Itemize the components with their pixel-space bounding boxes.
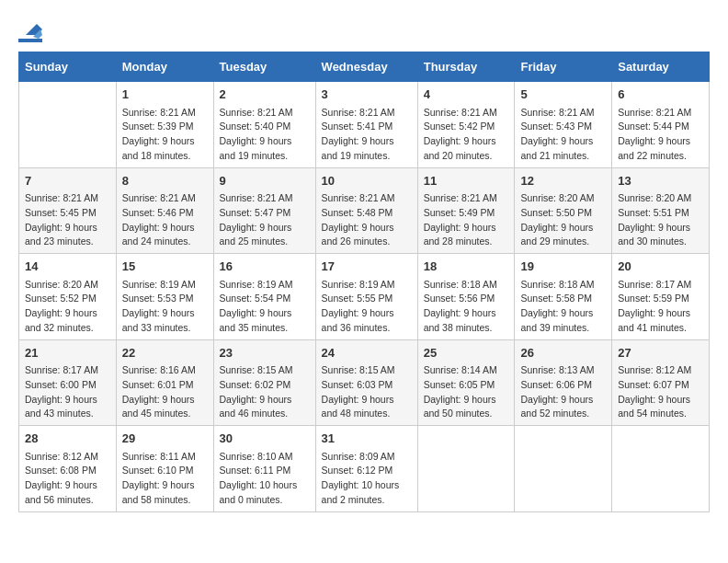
day-number: 27 xyxy=(618,344,703,362)
header xyxy=(18,18,710,42)
day-cell: 4Sunrise: 8:21 AM Sunset: 5:42 PM Daylig… xyxy=(417,82,515,168)
day-number: 2 xyxy=(220,86,310,104)
day-cell xyxy=(417,426,515,512)
day-cell: 23Sunrise: 8:15 AM Sunset: 6:02 PM Dayli… xyxy=(213,339,315,426)
day-cell: 2Sunrise: 8:21 AM Sunset: 5:40 PM Daylig… xyxy=(213,82,315,168)
day-number: 7 xyxy=(25,172,110,190)
day-cell: 24Sunrise: 8:15 AM Sunset: 6:03 PM Dayli… xyxy=(315,339,417,426)
week-row-0: 1Sunrise: 8:21 AM Sunset: 5:39 PM Daylig… xyxy=(19,82,710,168)
header-cell-thursday: Thursday xyxy=(417,52,515,82)
day-number: 25 xyxy=(424,344,509,362)
day-number: 10 xyxy=(322,172,412,190)
day-number: 20 xyxy=(618,258,703,276)
day-number: 23 xyxy=(220,344,310,362)
day-number: 14 xyxy=(25,258,110,276)
header-row: SundayMondayTuesdayWednesdayThursdayFrid… xyxy=(19,52,710,82)
week-row-4: 28Sunrise: 8:12 AM Sunset: 6:08 PM Dayli… xyxy=(19,426,710,512)
week-row-3: 21Sunrise: 8:17 AM Sunset: 6:00 PM Dayli… xyxy=(19,339,710,426)
day-number: 15 xyxy=(122,258,208,276)
day-number: 30 xyxy=(220,430,310,448)
day-cell: 18Sunrise: 8:18 AM Sunset: 5:56 PM Dayli… xyxy=(417,254,515,340)
day-cell: 6Sunrise: 8:21 AM Sunset: 5:44 PM Daylig… xyxy=(612,82,710,168)
day-cell xyxy=(612,426,710,512)
day-number: 18 xyxy=(424,258,509,276)
day-cell xyxy=(19,82,117,168)
day-number: 11 xyxy=(424,172,509,190)
day-info: Sunrise: 8:20 AM Sunset: 5:50 PM Dayligh… xyxy=(520,191,606,249)
day-cell: 9Sunrise: 8:21 AM Sunset: 5:47 PM Daylig… xyxy=(213,167,315,254)
week-row-2: 14Sunrise: 8:20 AM Sunset: 5:52 PM Dayli… xyxy=(19,254,710,340)
day-number: 29 xyxy=(122,430,208,448)
day-info: Sunrise: 8:19 AM Sunset: 5:55 PM Dayligh… xyxy=(322,278,412,336)
day-info: Sunrise: 8:21 AM Sunset: 5:47 PM Dayligh… xyxy=(220,191,310,249)
calendar-table: SundayMondayTuesdayWednesdayThursdayFrid… xyxy=(18,52,710,512)
day-info: Sunrise: 8:21 AM Sunset: 5:40 PM Dayligh… xyxy=(220,106,310,164)
day-number: 21 xyxy=(25,344,110,362)
day-info: Sunrise: 8:11 AM Sunset: 6:10 PM Dayligh… xyxy=(122,450,208,508)
day-info: Sunrise: 8:19 AM Sunset: 5:53 PM Dayligh… xyxy=(122,278,208,336)
day-cell: 14Sunrise: 8:20 AM Sunset: 5:52 PM Dayli… xyxy=(19,254,117,340)
day-info: Sunrise: 8:18 AM Sunset: 5:56 PM Dayligh… xyxy=(424,278,509,336)
day-info: Sunrise: 8:21 AM Sunset: 5:44 PM Dayligh… xyxy=(618,106,703,164)
day-info: Sunrise: 8:15 AM Sunset: 6:03 PM Dayligh… xyxy=(322,363,412,421)
header-cell-wednesday: Wednesday xyxy=(315,52,417,82)
day-cell: 11Sunrise: 8:21 AM Sunset: 5:49 PM Dayli… xyxy=(417,167,515,254)
day-info: Sunrise: 8:10 AM Sunset: 6:11 PM Dayligh… xyxy=(220,450,310,508)
day-info: Sunrise: 8:21 AM Sunset: 5:43 PM Dayligh… xyxy=(520,106,606,164)
day-cell: 31Sunrise: 8:09 AM Sunset: 6:12 PM Dayli… xyxy=(315,426,417,512)
header-cell-saturday: Saturday xyxy=(612,52,710,82)
day-info: Sunrise: 8:12 AM Sunset: 6:07 PM Dayligh… xyxy=(618,363,703,421)
day-number: 13 xyxy=(618,172,703,190)
header-cell-sunday: Sunday xyxy=(19,52,117,82)
day-cell: 17Sunrise: 8:19 AM Sunset: 5:55 PM Dayli… xyxy=(315,254,417,340)
day-cell: 10Sunrise: 8:21 AM Sunset: 5:48 PM Dayli… xyxy=(315,167,417,254)
day-info: Sunrise: 8:21 AM Sunset: 5:48 PM Dayligh… xyxy=(322,191,412,249)
day-cell: 3Sunrise: 8:21 AM Sunset: 5:41 PM Daylig… xyxy=(315,82,417,168)
week-row-1: 7Sunrise: 8:21 AM Sunset: 5:45 PM Daylig… xyxy=(19,167,710,254)
day-cell: 27Sunrise: 8:12 AM Sunset: 6:07 PM Dayli… xyxy=(612,339,710,426)
day-number: 6 xyxy=(618,86,703,104)
day-cell: 19Sunrise: 8:18 AM Sunset: 5:58 PM Dayli… xyxy=(515,254,612,340)
logo-blue-bar xyxy=(18,39,42,42)
day-info: Sunrise: 8:21 AM Sunset: 5:45 PM Dayligh… xyxy=(25,191,110,249)
day-number: 26 xyxy=(520,344,606,362)
day-cell: 30Sunrise: 8:10 AM Sunset: 6:11 PM Dayli… xyxy=(213,426,315,512)
day-cell: 25Sunrise: 8:14 AM Sunset: 6:05 PM Dayli… xyxy=(417,339,515,426)
day-info: Sunrise: 8:18 AM Sunset: 5:58 PM Dayligh… xyxy=(520,278,606,336)
day-cell: 22Sunrise: 8:16 AM Sunset: 6:01 PM Dayli… xyxy=(116,339,213,426)
day-info: Sunrise: 8:12 AM Sunset: 6:08 PM Dayligh… xyxy=(25,450,110,508)
logo-icon xyxy=(20,18,42,40)
day-number: 9 xyxy=(220,172,310,190)
logo xyxy=(18,18,42,42)
day-number: 24 xyxy=(322,344,412,362)
day-cell: 13Sunrise: 8:20 AM Sunset: 5:51 PM Dayli… xyxy=(612,167,710,254)
day-cell: 29Sunrise: 8:11 AM Sunset: 6:10 PM Dayli… xyxy=(116,426,213,512)
day-info: Sunrise: 8:21 AM Sunset: 5:42 PM Dayligh… xyxy=(424,106,509,164)
day-number: 19 xyxy=(520,258,606,276)
day-info: Sunrise: 8:20 AM Sunset: 5:52 PM Dayligh… xyxy=(25,278,110,336)
day-cell: 28Sunrise: 8:12 AM Sunset: 6:08 PM Dayli… xyxy=(19,426,117,512)
day-info: Sunrise: 8:15 AM Sunset: 6:02 PM Dayligh… xyxy=(220,363,310,421)
day-info: Sunrise: 8:21 AM Sunset: 5:46 PM Dayligh… xyxy=(122,191,208,249)
day-info: Sunrise: 8:19 AM Sunset: 5:54 PM Dayligh… xyxy=(220,278,310,336)
day-number: 16 xyxy=(220,258,310,276)
day-info: Sunrise: 8:20 AM Sunset: 5:51 PM Dayligh… xyxy=(618,191,703,249)
day-info: Sunrise: 8:14 AM Sunset: 6:05 PM Dayligh… xyxy=(424,363,509,421)
day-cell: 5Sunrise: 8:21 AM Sunset: 5:43 PM Daylig… xyxy=(515,82,612,168)
day-cell: 8Sunrise: 8:21 AM Sunset: 5:46 PM Daylig… xyxy=(116,167,213,254)
day-info: Sunrise: 8:16 AM Sunset: 6:01 PM Dayligh… xyxy=(122,363,208,421)
day-cell xyxy=(515,426,612,512)
day-cell: 1Sunrise: 8:21 AM Sunset: 5:39 PM Daylig… xyxy=(116,82,213,168)
day-cell: 16Sunrise: 8:19 AM Sunset: 5:54 PM Dayli… xyxy=(213,254,315,340)
day-cell: 7Sunrise: 8:21 AM Sunset: 5:45 PM Daylig… xyxy=(19,167,117,254)
day-cell: 15Sunrise: 8:19 AM Sunset: 5:53 PM Dayli… xyxy=(116,254,213,340)
day-cell: 26Sunrise: 8:13 AM Sunset: 6:06 PM Dayli… xyxy=(515,339,612,426)
day-number: 17 xyxy=(322,258,412,276)
day-number: 4 xyxy=(424,86,509,104)
header-cell-friday: Friday xyxy=(515,52,612,82)
day-info: Sunrise: 8:21 AM Sunset: 5:49 PM Dayligh… xyxy=(424,191,509,249)
day-info: Sunrise: 8:21 AM Sunset: 5:41 PM Dayligh… xyxy=(322,106,412,164)
header-cell-tuesday: Tuesday xyxy=(213,52,315,82)
day-number: 12 xyxy=(520,172,606,190)
day-cell: 12Sunrise: 8:20 AM Sunset: 5:50 PM Dayli… xyxy=(515,167,612,254)
